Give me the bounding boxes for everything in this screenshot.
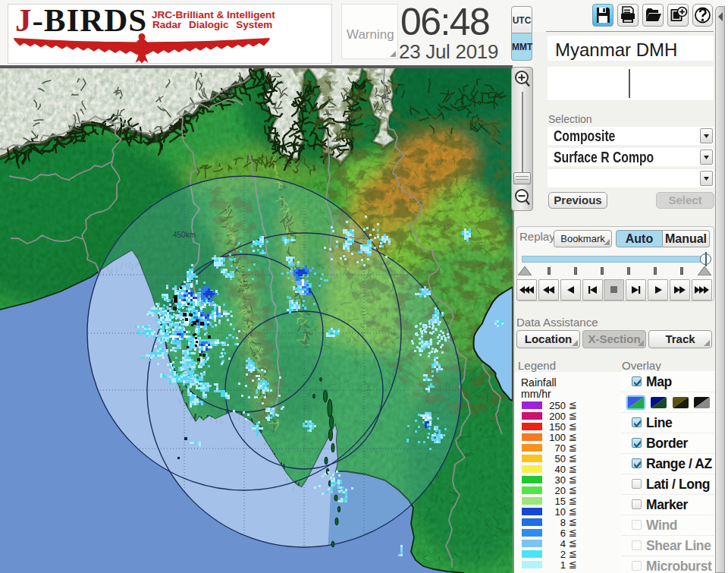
svg-text:450km: 450km — [173, 231, 196, 239]
